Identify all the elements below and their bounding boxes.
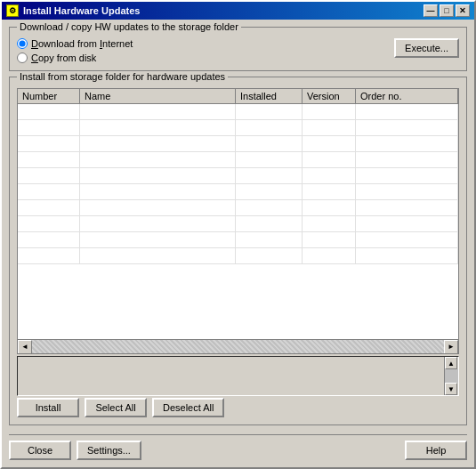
scroll-down-small-button[interactable]: ▼: [445, 383, 457, 395]
table-row: [18, 152, 458, 168]
scroll-track-vertical-small: [445, 369, 458, 383]
window-body: Download / copy HW updates to the storag…: [2, 20, 474, 467]
radio-group: Download from Internet Copy from disk: [17, 38, 133, 63]
table-row: [18, 184, 458, 200]
install-group-label: Install from storage folder for hardware…: [17, 71, 228, 82]
install-group: Install from storage folder for hardware…: [9, 77, 467, 425]
install-button[interactable]: Install: [17, 398, 79, 417]
col-installed-header: Installed: [236, 89, 303, 103]
scroll-left-button[interactable]: ◄: [18, 340, 32, 354]
window-title: Install Hardware Updates: [23, 5, 140, 16]
vertical-scrollbar-small[interactable]: ▲ ▼: [444, 357, 458, 395]
download-group: Download / copy HW updates to the storag…: [9, 27, 467, 71]
window-icon: ⚙: [6, 4, 19, 17]
title-bar-text: ⚙ Install Hardware Updates: [6, 4, 140, 17]
help-button[interactable]: Help: [405, 441, 467, 460]
table-row: [18, 120, 458, 136]
col-name-header: Name: [80, 89, 236, 103]
radio-internet-label: Download from Internet: [31, 38, 133, 49]
maximize-button[interactable]: □: [440, 4, 454, 17]
table-header: Number Name Installed Version Order no.: [18, 89, 458, 104]
deselect-all-button[interactable]: Deselect All: [152, 398, 224, 417]
table-row: [18, 232, 458, 248]
main-window: ⚙ Install Hardware Updates — □ ✕ Downloa…: [0, 0, 476, 469]
description-area: ▲ ▼: [17, 356, 459, 396]
title-bar: ⚙ Install Hardware Updates — □ ✕: [2, 2, 474, 20]
description-text: [18, 357, 444, 395]
col-version-header: Version: [303, 89, 356, 103]
download-section: Download from Internet Copy from disk Ex…: [17, 38, 459, 63]
table-row: [18, 216, 458, 232]
update-table: Number Name Installed Version Order no.: [17, 88, 459, 354]
radio-internet-input[interactable]: [17, 38, 28, 49]
title-bar-controls: — □ ✕: [424, 4, 470, 17]
col-number-header: Number: [18, 89, 80, 103]
col-order-header: Order no.: [356, 89, 458, 103]
select-all-button[interactable]: Select All: [85, 398, 147, 417]
table-row: [18, 104, 458, 120]
radio-internet[interactable]: Download from Internet: [17, 38, 133, 49]
close-button[interactable]: ✕: [456, 4, 470, 17]
footer-left: Close Settings...: [9, 441, 141, 460]
close-button[interactable]: Close: [9, 441, 71, 460]
table-row: [18, 136, 458, 152]
radio-disk[interactable]: Copy from disk: [17, 53, 133, 63]
scroll-up-small-button[interactable]: ▲: [445, 357, 457, 369]
settings-button[interactable]: Settings...: [77, 441, 141, 460]
execute-button[interactable]: Execute...: [394, 38, 459, 58]
scroll-right-button[interactable]: ►: [444, 340, 458, 354]
action-buttons: Install Select All Deselect All: [17, 398, 459, 417]
footer-buttons: Close Settings... Help: [9, 434, 467, 460]
table-body[interactable]: [18, 104, 458, 339]
horizontal-scrollbar[interactable]: ◄ ►: [18, 339, 458, 353]
download-group-label: Download / copy HW updates to the storag…: [17, 21, 241, 32]
scroll-track-horizontal[interactable]: [32, 340, 444, 353]
radio-disk-input[interactable]: [17, 53, 28, 63]
table-row: [18, 200, 458, 216]
table-row: [18, 248, 458, 264]
table-row: [18, 168, 458, 184]
minimize-button[interactable]: —: [424, 4, 438, 17]
radio-disk-label: Copy from disk: [31, 53, 96, 63]
